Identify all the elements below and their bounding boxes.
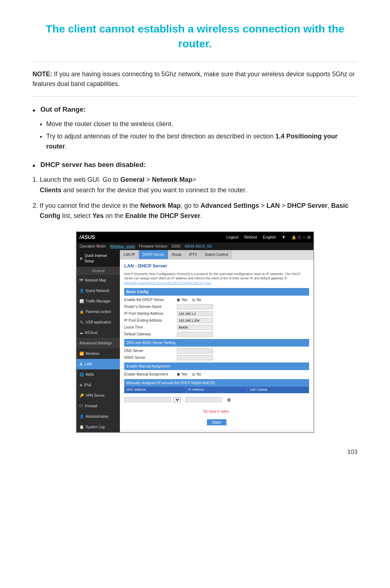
aicloud-icon: ☁ [79, 330, 83, 335]
tab-iptv[interactable]: IPTV [186, 250, 201, 259]
page-number: 103 [32, 447, 358, 457]
dhcp-steps: Launch the web GUI. Go to General > Netw… [40, 175, 358, 221]
vpn-icon: 🔑 [79, 393, 84, 398]
wins-input[interactable] [177, 355, 213, 360]
form-label: IP Pool Ending Address [124, 318, 175, 323]
sidebar-item-lan[interactable]: 🖧 LAN [77, 359, 120, 369]
table-empty-msg: No data in table. [124, 407, 309, 416]
firmware-label: Firmware Version: [139, 244, 168, 249]
bullet-dhcp: DHCP server has been disabled: [32, 160, 358, 172]
router-screenshot: /ASUS Logout Reboot English ▼ 🔒 ⬡ ↔ ⊟ Op… [76, 231, 314, 433]
note-text: If you are having issues connecting to 5… [32, 70, 355, 87]
apply-button[interactable]: Apply [207, 419, 226, 425]
usb-icon: 🔌 [79, 319, 84, 325]
sidebar-item-firewall[interactable]: 🛡 Firewall [77, 401, 120, 411]
basic-config-header: Basic Config [124, 288, 309, 296]
traffic-icon: 📊 [79, 299, 84, 304]
bullet2-post: . [65, 143, 67, 150]
sidebar-quick-internet[interactable]: ⚙ Quick Internet Setup [77, 250, 120, 267]
syslog-icon: 📋 [79, 424, 84, 430]
table-cols: MAC address IP Address Add / Delete [124, 387, 309, 393]
sidebar-item-label: WAN [86, 372, 94, 377]
form-row-enable-dhcp: Enable the DHCP Server Yes No [124, 297, 309, 302]
tab-dhcp-server[interactable]: DHCP Server [139, 250, 168, 259]
form-row-wins: WINS Server [124, 355, 309, 360]
manual-radio-no[interactable]: No [192, 372, 201, 377]
form-label: IP Pool Starting Address [124, 311, 175, 316]
form-label: Default Gateway [124, 331, 175, 337]
lan-icon: 🖧 [79, 361, 83, 367]
form-label: Enable the DHCP Server [124, 297, 175, 302]
radio-dot-no [192, 299, 195, 301]
manual-radio-dot-no [192, 373, 195, 376]
sidebar-item-label: Network Map [85, 278, 106, 283]
sidebar-item-parental-control[interactable]: 🔒 Parental control [77, 306, 120, 317]
dhcp-link[interactable]: Manually Assigned IP around the DHCP lis… [124, 281, 211, 285]
form-label: Router's Domain Name [124, 304, 175, 309]
sidebar-item-label: USB application [86, 319, 111, 325]
sidebar-adv-label: Advanced Settings [77, 338, 120, 348]
table-col-mac: MAC address [124, 387, 186, 393]
sidebar-item-aicloud[interactable]: ☁ AiCloud [77, 327, 120, 338]
table-ip-input[interactable] [186, 397, 222, 402]
add-btn[interactable]: ⊕ [227, 396, 231, 404]
guest-network-icon: 👤 [79, 288, 84, 293]
icons: 🔒 ⬡ ↔ ⊟ [291, 234, 311, 240]
table-header: Manually Assigned IP around the DHCP lis… [124, 379, 309, 387]
dns-section-header: DNS and WINS Server Setting [124, 339, 309, 347]
sidebar-item-label: AiCloud [85, 330, 98, 335]
router-topbar: /ASUS Logout Reboot English ▼ 🔒 ⬡ ↔ ⊟ [77, 232, 313, 243]
quick-label: Quick Internet Setup [84, 253, 117, 264]
sidebar-item-label: IPv6 [84, 382, 91, 388]
default-gw-input[interactable] [177, 332, 213, 337]
sidebar-item-syslog[interactable]: 📋 System Log [77, 422, 120, 432]
apply-row: Apply [124, 419, 309, 425]
lang-select[interactable]: English [263, 234, 276, 240]
tab-route[interactable]: Route [168, 250, 186, 259]
sidebar-item-label: VPN Server [86, 393, 105, 398]
note-block: NOTE: If you are having issues connectin… [32, 69, 358, 89]
radio-yes[interactable]: Yes [177, 297, 187, 302]
content-desc: DHCP (Dynamic Host Configuration Protoco… [124, 272, 309, 286]
reboot-btn[interactable]: Reboot [244, 234, 257, 240]
wan-icon: 🌐 [79, 372, 84, 377]
divider-top [32, 62, 358, 62]
form-row-ip-end: IP Pool Ending Address [124, 318, 309, 323]
manual-radio-dot-yes [177, 373, 180, 376]
tab-switch-control[interactable]: Switch Control [201, 250, 232, 259]
mac-dropdown[interactable] [173, 397, 181, 402]
radio-no[interactable]: No [192, 297, 201, 302]
sidebar-item-admin[interactable]: 👤 Administration [77, 411, 120, 422]
sidebar-item-guest-network[interactable]: 👤 Guest Network [77, 286, 120, 296]
ip-end-input[interactable] [177, 318, 213, 323]
router-sidebar: ⚙ Quick Internet Setup General 🗺 Network… [77, 250, 120, 432]
form-label: Enable Manual Assignment [124, 372, 175, 377]
sidebar-item-wan[interactable]: 🌐 WAN [77, 369, 120, 380]
ip-start-input[interactable] [177, 311, 213, 316]
sidebar-item-wireless[interactable]: 📶 Wireless [77, 348, 120, 359]
form-row-ip-start: IP Pool Starting Address [124, 311, 309, 316]
sidebar-item-vpn[interactable]: 🔑 VPN Server [77, 390, 120, 401]
manual-radio-yes[interactable]: Yes [177, 372, 187, 377]
sidebar-item-network-map[interactable]: 🗺 Network Map [77, 275, 120, 286]
desc-text: DHCP (Dynamic Host Configuration Protoco… [124, 272, 300, 280]
logout-btn[interactable]: Logout [226, 234, 239, 240]
lease-time-input[interactable] [177, 325, 213, 330]
sidebar-item-usb[interactable]: 🔌 USB application [77, 317, 120, 327]
sidebar-item-ipv6[interactable]: ⊕ IPv6 [77, 380, 120, 390]
divider-mid [32, 96, 358, 96]
dns-input[interactable] [177, 348, 213, 353]
router-content: LAN IP DHCP Server Route IPTV Switch Con… [120, 250, 313, 432]
mac-input[interactable] [124, 397, 171, 402]
bullet-out-of-range: Out of Range: [32, 104, 358, 116]
domain-input[interactable] [177, 304, 213, 309]
form-row-domain: Router's Domain Name [124, 304, 309, 309]
list-item: If you cannot find the device in the Net… [40, 201, 358, 222]
sidebar-item-traffic-manager[interactable]: 📊 Traffic Manager [77, 296, 120, 306]
top-nav: Logout Reboot English ▼ 🔒 ⬡ ↔ ⊟ [226, 234, 311, 240]
form-row-default-gw: Default Gateway [124, 331, 309, 337]
form-label: DNS Server [124, 348, 175, 353]
wireless-icon: 📶 [79, 351, 84, 356]
firewall-icon: 🛡 [79, 403, 83, 409]
tab-lan-ip[interactable]: LAN IP [120, 250, 139, 259]
